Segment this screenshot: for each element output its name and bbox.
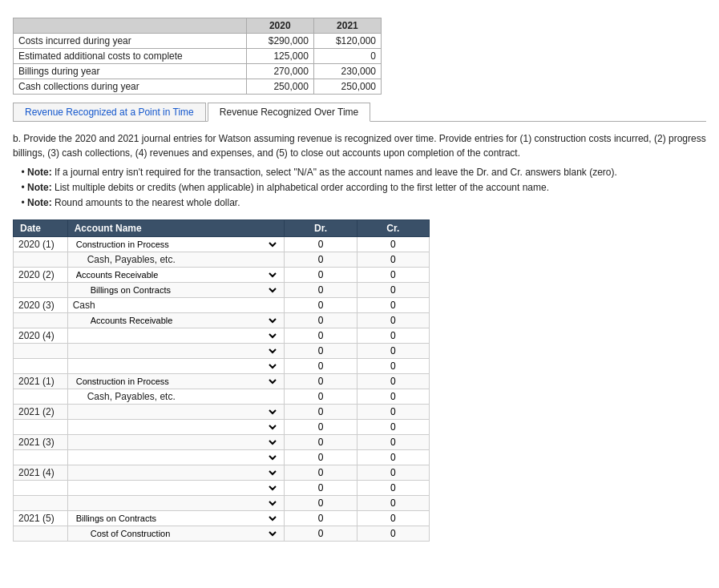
dr-input[interactable]: [297, 376, 345, 387]
account-select[interactable]: [73, 437, 280, 448]
journal-account[interactable]: Cost of Construction: [67, 526, 285, 541]
account-select[interactable]: [73, 467, 280, 478]
journal-cr[interactable]: [357, 343, 429, 358]
journal-cr[interactable]: [357, 434, 429, 449]
journal-cr[interactable]: [357, 282, 429, 297]
dr-input[interactable]: [297, 269, 345, 280]
cr-input[interactable]: [369, 452, 417, 463]
journal-account[interactable]: [67, 449, 285, 465]
cr-input[interactable]: [369, 254, 417, 265]
journal-cr[interactable]: [357, 526, 429, 541]
journal-dr[interactable]: [285, 358, 357, 373]
journal-dr[interactable]: [285, 252, 357, 267]
journal-dr[interactable]: [285, 449, 357, 465]
journal-account[interactable]: [67, 358, 285, 373]
account-select[interactable]: [73, 452, 280, 463]
account-select[interactable]: Accounts Receivable: [73, 269, 280, 280]
cr-input[interactable]: [369, 528, 417, 539]
cr-input[interactable]: [369, 360, 417, 372]
cr-input[interactable]: [369, 300, 417, 311]
journal-account[interactable]: Accounts Receivable: [67, 312, 285, 328]
journal-cr[interactable]: [357, 419, 429, 434]
dr-input[interactable]: [297, 482, 345, 493]
journal-account[interactable]: [67, 434, 285, 449]
dr-input[interactable]: [297, 284, 345, 296]
journal-dr[interactable]: [285, 526, 357, 541]
account-select[interactable]: [73, 497, 280, 509]
cr-input[interactable]: [369, 315, 417, 326]
cr-input[interactable]: [369, 437, 417, 448]
account-select[interactable]: [73, 421, 280, 433]
journal-dr[interactable]: [285, 465, 357, 480]
cr-input[interactable]: [369, 376, 417, 387]
journal-cr[interactable]: [357, 449, 429, 465]
account-select[interactable]: Billings on Contracts: [87, 284, 280, 296]
dr-input[interactable]: [297, 239, 345, 250]
journal-account[interactable]: Accounts Receivable: [67, 267, 285, 282]
journal-cr[interactable]: [357, 236, 429, 252]
dr-input[interactable]: [297, 360, 345, 372]
dr-input[interactable]: [297, 421, 345, 433]
cr-input[interactable]: [369, 513, 417, 524]
journal-cr[interactable]: [357, 312, 429, 328]
journal-account[interactable]: Construction in Process: [67, 236, 285, 252]
journal-dr[interactable]: [285, 404, 357, 419]
journal-dr[interactable]: [285, 236, 357, 252]
tab-point-in-time[interactable]: Revenue Recognized at a Point in Time: [13, 103, 206, 121]
dr-input[interactable]: [297, 391, 345, 402]
journal-cr[interactable]: [357, 389, 429, 404]
journal-account[interactable]: Billings on Contracts: [67, 510, 285, 526]
journal-dr[interactable]: [285, 480, 357, 495]
journal-account[interactable]: [67, 480, 285, 495]
journal-cr[interactable]: [357, 465, 429, 480]
account-select[interactable]: [73, 345, 280, 356]
journal-dr[interactable]: [285, 510, 357, 526]
dr-input[interactable]: [297, 254, 345, 265]
cr-input[interactable]: [369, 239, 417, 250]
cr-input[interactable]: [369, 421, 417, 433]
journal-account[interactable]: [67, 328, 285, 343]
journal-dr[interactable]: [285, 282, 357, 297]
journal-dr[interactable]: [285, 389, 357, 404]
dr-input[interactable]: [297, 497, 345, 509]
account-select[interactable]: Billings on Contracts: [73, 513, 280, 524]
journal-dr[interactable]: [285, 328, 357, 343]
cr-input[interactable]: [369, 497, 417, 509]
cr-input[interactable]: [369, 406, 417, 417]
journal-account[interactable]: [67, 343, 285, 358]
dr-input[interactable]: [297, 330, 345, 341]
journal-dr[interactable]: [285, 434, 357, 449]
journal-cr[interactable]: [357, 373, 429, 389]
dr-input[interactable]: [297, 315, 345, 326]
journal-cr[interactable]: [357, 480, 429, 495]
account-select[interactable]: [73, 482, 280, 493]
journal-account[interactable]: Billings on Contracts: [67, 282, 285, 297]
journal-dr[interactable]: [285, 343, 357, 358]
journal-dr[interactable]: [285, 495, 357, 510]
dr-input[interactable]: [297, 437, 345, 448]
journal-cr[interactable]: [357, 358, 429, 373]
dr-input[interactable]: [297, 513, 345, 524]
journal-dr[interactable]: [285, 373, 357, 389]
dr-input[interactable]: [297, 300, 345, 311]
journal-dr[interactable]: [285, 419, 357, 434]
tab-over-time[interactable]: Revenue Recognized Over Time: [208, 103, 370, 122]
account-select[interactable]: Construction in Process: [73, 376, 280, 387]
cr-input[interactable]: [369, 391, 417, 402]
journal-dr[interactable]: [285, 312, 357, 328]
journal-dr[interactable]: [285, 297, 357, 312]
cr-input[interactable]: [369, 467, 417, 478]
cr-input[interactable]: [369, 345, 417, 356]
account-select[interactable]: [73, 360, 280, 372]
journal-cr[interactable]: [357, 510, 429, 526]
journal-cr[interactable]: [357, 252, 429, 267]
journal-account[interactable]: [67, 404, 285, 419]
dr-input[interactable]: [297, 528, 345, 539]
journal-dr[interactable]: [285, 267, 357, 282]
journal-cr[interactable]: [357, 328, 429, 343]
dr-input[interactable]: [297, 406, 345, 417]
journal-account[interactable]: [67, 419, 285, 434]
journal-cr[interactable]: [357, 404, 429, 419]
journal-account[interactable]: [67, 465, 285, 480]
account-select[interactable]: [73, 406, 280, 417]
